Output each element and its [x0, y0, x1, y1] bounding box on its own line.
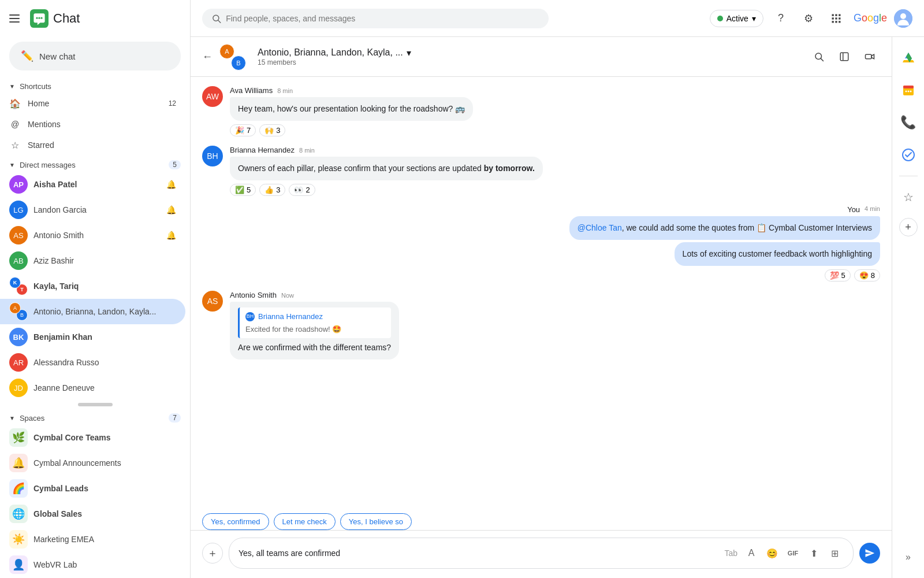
message-row-4: AS Antonio Smith Now BH Brianna Hernande… — [202, 291, 880, 360]
hamburger-menu-icon[interactable] — [9, 12, 23, 25]
space-item-cymbal-announce[interactable]: 🔔 Cymbal Announcements — [0, 450, 185, 476]
space-item-marketing[interactable]: ☀️ Marketing EMEA — [0, 527, 185, 552]
msg-bubble-1: Hey team, how's our presentation looking… — [230, 97, 473, 121]
msg-content-4: Antonio Smith Now BH Brianna Hernandez E… — [230, 291, 399, 360]
chat-header-actions — [808, 46, 880, 67]
apps-grid-icon[interactable] — [826, 8, 847, 29]
help-icon[interactable]: ? — [770, 8, 791, 29]
calendar-icon[interactable] — [897, 79, 920, 102]
reaction-chip[interactable]: 🎉7 — [230, 124, 256, 136]
mentions-icon: @ — [9, 118, 21, 130]
reaction-chip[interactable]: ✅5 — [230, 184, 256, 196]
shortcuts-section-header[interactable]: ▼ Shortcuts — [0, 77, 190, 93]
back-button[interactable]: ← — [202, 51, 213, 63]
svg-rect-9 — [832, 17, 833, 19]
webvr-icon: 👤 — [9, 555, 28, 574]
cymbal-core-name: Cymbal Core Teams — [33, 433, 176, 442]
more-options-icon[interactable]: ⊞ — [825, 544, 844, 562]
spaces-section-label: Spaces — [20, 414, 44, 423]
panel-add-button[interactable]: + — [899, 218, 918, 236]
chat-container: ← A B Antonio, Brianna, Landon, Kayla, .… — [191, 37, 924, 578]
search-box[interactable] — [202, 9, 549, 28]
dm-item-jeanne[interactable]: JD Jeanne Deneuve — [0, 375, 185, 401]
quoted-message: BH Brianna Hernandez Excited for the roa… — [238, 307, 391, 338]
dm-section-header[interactable]: ▼ Direct messages 5 — [0, 155, 190, 172]
space-item-cymbal-leads[interactable]: 🌈 Cymbal Leads — [0, 476, 185, 501]
sidebar-toggle-icon[interactable] — [834, 46, 855, 67]
status-button[interactable]: Active ▾ — [710, 10, 763, 27]
msg-time-2: 8 min — [299, 147, 315, 154]
aisha-name: Aisha Patel — [33, 180, 164, 189]
new-chat-icon: ✏️ — [21, 50, 33, 62]
reaction-chip[interactable]: 👍3 — [259, 184, 285, 196]
svg-point-24 — [905, 91, 907, 92]
dm-item-antonio[interactable]: AS Antonio Smith 🔔 — [0, 223, 185, 248]
antonio-msg-avatar: AS — [202, 291, 223, 312]
reaction-chip[interactable]: 💯5 — [825, 269, 851, 281]
sidebar-item-mentions[interactable]: @ Mentions — [0, 114, 185, 135]
send-button[interactable] — [859, 543, 880, 564]
shortcuts-chevron-icon: ▼ — [9, 83, 15, 90]
reaction-chip[interactable]: 🙌3 — [259, 124, 285, 136]
new-chat-button[interactable]: ✏️ New chat — [9, 42, 181, 71]
attach-button[interactable]: ＋ — [202, 543, 223, 564]
dm-item-kayla-tariq[interactable]: K T Kayla, Tariq — [0, 273, 185, 299]
panel-star-icon[interactable]: ☆ — [897, 186, 920, 209]
reaction-chip[interactable]: 😍8 — [854, 269, 880, 281]
msg-reactions-3: 💯5 😍8 — [825, 269, 880, 281]
dm-item-group-main[interactable]: A B Antonio, Brianna, Landon, Kayla... — [0, 299, 185, 324]
main-content: Active ▾ ? ⚙ Google ← A — [191, 0, 924, 578]
svg-rect-12 — [832, 21, 833, 23]
dm-item-alessandra[interactable]: AR Alessandra Russo — [0, 350, 185, 375]
sidebar-item-home[interactable]: 🏠 Home 12 — [0, 93, 185, 114]
svg-rect-6 — [832, 14, 833, 16]
msg-sender-3: You — [847, 205, 860, 214]
msg-sender-2: Brianna Hernandez — [230, 146, 295, 154]
message-input[interactable] — [239, 549, 720, 558]
upload-icon[interactable]: ⬆ — [804, 544, 823, 562]
chat-header-members: 15 members — [258, 58, 808, 66]
search-input[interactable] — [226, 14, 539, 23]
panel-expand-icon[interactable]: » — [897, 546, 920, 569]
dm-item-aisha[interactable]: AP Aisha Patel 🔔 — [0, 172, 185, 197]
message-input-box[interactable]: Tab A 😊 GIF ⬆ ⊞ — [229, 538, 854, 569]
smart-reply-let-me-check[interactable]: Let me check — [274, 513, 336, 530]
drive-icon[interactable] — [897, 46, 920, 69]
msg-meta-1: Ava Williams 8 min — [230, 86, 473, 95]
dm-item-landon[interactable]: LG Landon Garcia 🔔 — [0, 197, 185, 223]
chat-search-icon[interactable] — [808, 46, 829, 67]
emoji-icon[interactable]: 😊 — [763, 544, 781, 562]
gif-icon[interactable]: GIF — [784, 544, 802, 562]
alessandra-avatar: AR — [9, 353, 28, 372]
sidebar-item-starred[interactable]: ☆ Starred — [0, 135, 185, 155]
benjamin-name: Benjamin Khan — [33, 332, 176, 342]
spaces-section-header[interactable]: ▼ Spaces 7 — [0, 409, 190, 425]
format-text-icon[interactable]: A — [742, 544, 761, 562]
smart-reply-yes-confirmed[interactable]: Yes, confirmed — [202, 513, 269, 530]
chat-header-name[interactable]: Antonio, Brianna, Landon, Kayla, ... ▾ — [258, 47, 808, 58]
kayla-tariq-avatar-group: K T — [9, 277, 28, 295]
reaction-chip[interactable]: 👀2 — [289, 184, 315, 196]
msg-meta-3: You 4 min — [847, 205, 880, 214]
dm-item-benjamin[interactable]: BK Benjamin Khan — [0, 324, 185, 350]
marketing-name: Marketing EMEA — [33, 535, 176, 544]
space-item-cymbal-core[interactable]: 🌿 Cymbal Core Teams — [0, 425, 185, 450]
svg-rect-23 — [903, 86, 914, 88]
user-avatar[interactable] — [894, 9, 912, 28]
landon-name: Landon Garcia — [33, 205, 164, 214]
space-item-global-sales[interactable]: 🌐 Global Sales — [0, 501, 185, 527]
cymbal-leads-icon: 🌈 — [9, 479, 28, 498]
video-call-icon[interactable] — [859, 46, 880, 67]
svg-point-26 — [910, 91, 911, 92]
space-item-webvr[interactable]: 👤 WebVR Lab — [0, 552, 185, 577]
settings-icon[interactable]: ⚙ — [798, 8, 819, 29]
antonio-bell-icon: 🔔 — [166, 231, 176, 240]
right-panel: 📞 ☆ + » — [892, 37, 924, 578]
dm-item-aziz[interactable]: AB Aziz Bashir — [0, 248, 185, 273]
svg-line-18 — [821, 58, 823, 61]
phone-icon[interactable]: 📞 — [897, 111, 920, 134]
google-logo: Google — [854, 12, 887, 24]
smart-reply-yes-believe-so[interactable]: Yes, I believe so — [340, 513, 412, 530]
topbar-right: Active ▾ ? ⚙ Google — [710, 8, 912, 29]
tasks-icon[interactable] — [897, 143, 920, 166]
